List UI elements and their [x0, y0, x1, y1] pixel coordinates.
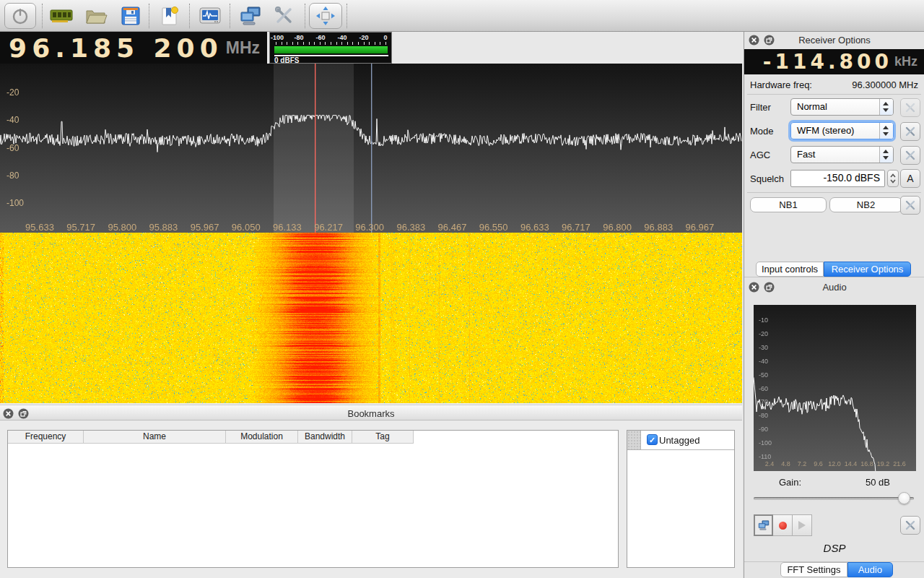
- filter-label: Filter: [750, 102, 771, 113]
- tab-receiver-options[interactable]: Receiver Options: [824, 262, 911, 277]
- nb-options-button[interactable]: [900, 196, 920, 215]
- record-button[interactable]: [773, 514, 793, 536]
- bookmarks-button[interactable]: [156, 3, 183, 29]
- axis-tick-label: 96.050: [230, 222, 263, 233]
- waterfall-canvas[interactable]: [0, 233, 742, 403]
- axis-tick-label: -30: [759, 344, 768, 351]
- mode-label: Mode: [750, 126, 774, 137]
- column-header-modulation[interactable]: Modulation: [226, 431, 298, 444]
- bookmarks-table[interactable]: FrequencyNameModulationBandwidthTag: [7, 430, 619, 568]
- bookmarks-table-header: FrequencyNameModulationBandwidthTag: [8, 431, 618, 444]
- agc-combobox[interactable]: Fast: [790, 146, 894, 163]
- gain-slider[interactable]: [754, 497, 914, 500]
- io-devices-button[interactable]: [48, 3, 75, 29]
- axis-tick-label: 2.4: [761, 460, 778, 467]
- audio-options-button[interactable]: [900, 516, 920, 535]
- squelch-spinner[interactable]: [887, 170, 899, 187]
- network-icon: [757, 519, 770, 532]
- wrench-icon: [905, 126, 916, 137]
- axis-tick-label: 96.800: [601, 222, 634, 233]
- power-button[interactable]: [4, 3, 36, 29]
- audio-dock-title: Audio: [744, 282, 924, 293]
- tag-row[interactable]: ✓ Untagged: [627, 431, 734, 450]
- squelch-input[interactable]: -150.0 dBFS: [790, 170, 885, 187]
- tab-audio[interactable]: Audio: [847, 562, 893, 577]
- column-header-name[interactable]: Name: [84, 431, 226, 444]
- axis-tick-label: -20: [759, 330, 768, 337]
- audio-mute-button[interactable]: [754, 514, 773, 536]
- mode-options-button[interactable]: [900, 122, 920, 141]
- hardware-freq-label: Hardware freq:: [750, 79, 812, 90]
- divider: [747, 94, 921, 95]
- open-button[interactable]: [82, 3, 110, 29]
- divider: [744, 277, 924, 277]
- tag-color-swatch[interactable]: [627, 431, 641, 449]
- auto-squelch-label: A: [907, 173, 913, 184]
- nb2-button[interactable]: NB2: [829, 197, 902, 212]
- play-icon: [798, 521, 806, 530]
- axis-tick-label: 96.133: [271, 222, 304, 233]
- tab-input-controls[interactable]: Input controls: [756, 262, 824, 277]
- spectrum-plot[interactable]: -20-40-60-80-100 95.63395.71795.80095.88…: [0, 64, 742, 233]
- bookmarks-icon: [159, 5, 180, 27]
- axis-tick-label: 21.6: [891, 460, 908, 467]
- dsp-label: DSP: [744, 542, 924, 554]
- axis-tick-label: 95.883: [147, 222, 180, 233]
- column-header-tag[interactable]: Tag: [352, 431, 414, 444]
- axis-tick-label: -10: [759, 316, 768, 324]
- audio-spectrum-plot[interactable]: -10-20-30-40-50-60-70-80-90-100-110 2.44…: [754, 305, 916, 471]
- open-folder-icon: [84, 5, 108, 27]
- axis-tick-label: -60: [759, 385, 768, 392]
- agc-options-button[interactable]: [900, 146, 920, 165]
- filter-combobox[interactable]: Normal: [790, 98, 894, 116]
- power-icon: [10, 6, 30, 26]
- axis-tick-label: -40: [331, 34, 353, 41]
- tools-button[interactable]: [270, 3, 297, 29]
- remote-icon: [238, 4, 263, 27]
- dsp-button[interactable]: [196, 3, 224, 29]
- axis-tick-label: -60: [6, 143, 19, 153]
- axis-tick-label: -40: [759, 358, 768, 365]
- axis-tick-label: 96.633: [518, 222, 552, 233]
- auto-squelch-button[interactable]: A: [900, 169, 920, 188]
- combo-arrows-icon: [879, 123, 893, 139]
- combo-arrows-icon: [879, 147, 893, 163]
- fullscreen-button[interactable]: [309, 3, 342, 29]
- axis-tick-label: 96.467: [436, 222, 469, 233]
- wrench-icon: [905, 519, 916, 531]
- axis-tick-label: 4.8: [777, 460, 795, 467]
- tab-fft-settings[interactable]: FFT Settings: [780, 562, 847, 577]
- remote-button[interactable]: [237, 3, 264, 29]
- tag-label: Untagged: [659, 435, 699, 446]
- gain-slider-handle[interactable]: [898, 492, 910, 504]
- nb1-button[interactable]: NB1: [750, 197, 827, 212]
- column-header-bandwidth[interactable]: Bandwidth: [298, 431, 352, 444]
- axis-tick-label: 95.717: [64, 222, 97, 233]
- divider: [747, 192, 921, 193]
- hardware-freq-value: 96.300000 MHz: [852, 79, 918, 90]
- wrench-icon: [905, 199, 916, 211]
- save-button[interactable]: [117, 3, 144, 29]
- tag-list[interactable]: ✓ Untagged: [627, 430, 735, 568]
- audio-canvas[interactable]: [754, 305, 916, 471]
- axis-tick-label: -100: [759, 439, 772, 447]
- meter-bar: [274, 46, 388, 53]
- offset-frequency-display[interactable]: -114.800 kHz: [744, 49, 924, 74]
- axis-tick-label: 96.550: [477, 222, 510, 233]
- wrench-icon: [905, 150, 916, 161]
- filter-options-button[interactable]: [900, 98, 920, 117]
- axis-tick-label: 96.300: [353, 222, 386, 233]
- record-icon: [779, 522, 787, 530]
- column-header-frequency[interactable]: Frequency: [8, 431, 84, 444]
- waterfall[interactable]: [0, 233, 742, 403]
- spectrum-canvas[interactable]: [0, 64, 742, 233]
- axis-tick-label: 9.6: [810, 460, 827, 467]
- tag-checkbox[interactable]: ✓: [647, 434, 658, 445]
- bookmarks-panel: Bookmarks FrequencyNameModulationBandwid…: [0, 403, 742, 578]
- gain-value: 50 dB: [853, 477, 903, 488]
- frequency-unit: MHz: [226, 38, 260, 58]
- axis-tick-label: -20: [6, 87, 19, 98]
- mode-combobox[interactable]: WFM (stereo): [790, 122, 894, 139]
- play-button[interactable]: [793, 514, 812, 536]
- frequency-display[interactable]: 96.185 200 MHz: [0, 32, 267, 64]
